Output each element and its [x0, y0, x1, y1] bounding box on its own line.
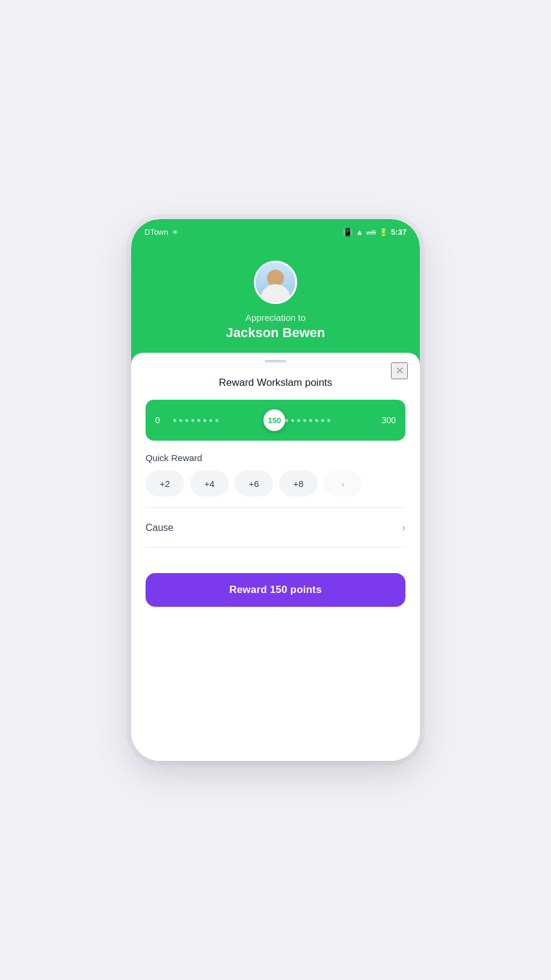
vibrate-icon: 📳	[343, 228, 352, 237]
track-left	[173, 419, 263, 422]
slider-min-label: 0	[155, 415, 167, 425]
quick-btn-more[interactable]: ›	[324, 470, 362, 497]
quick-reward-label: Quick Reward	[146, 453, 405, 463]
slider-max-label: 300	[382, 415, 396, 425]
slider-thumb[interactable]: 150	[263, 409, 285, 431]
recipient-name: Jackson Bewen	[226, 325, 325, 341]
divider-2	[146, 547, 405, 548]
quick-btn-4[interactable]: +4	[190, 470, 229, 497]
status-right: 📳 ▲ wifi 🔋 5:37	[343, 228, 407, 237]
avatar	[254, 261, 297, 304]
status-bar: DTown ✳ 📳 ▲ wifi 🔋 5:37	[131, 219, 420, 243]
cause-label: Cause	[146, 523, 173, 533]
sheet-title: Reward Workslam points	[146, 377, 405, 389]
bottom-sheet: ✕ Reward Workslam points 0	[131, 353, 420, 761]
slider-container[interactable]: 0 150	[146, 400, 405, 441]
cause-row[interactable]: Cause ›	[146, 519, 405, 536]
close-button[interactable]: ✕	[391, 362, 408, 379]
drag-handle	[265, 360, 286, 362]
carrier-name: DTown	[144, 228, 168, 237]
quick-reward-row: +2 +4 +6 +8 ›	[146, 470, 405, 497]
quick-btn-6[interactable]: +6	[235, 470, 273, 497]
reward-button[interactable]: Reward 150 points	[146, 573, 405, 607]
green-header: DTown ✳ 📳 ▲ wifi 🔋 5:37 Appreciation to …	[131, 219, 420, 365]
quick-btn-2[interactable]: +2	[146, 470, 184, 497]
quick-btn-8[interactable]: +8	[279, 470, 318, 497]
cause-chevron-icon: ›	[402, 521, 405, 534]
battery-icon: 🔋	[379, 228, 388, 237]
divider	[146, 507, 405, 508]
appreciation-label: Appreciation to	[245, 312, 306, 323]
bluetooth-icon: ✳	[172, 228, 178, 237]
track-right	[285, 419, 375, 422]
status-left: DTown ✳	[144, 228, 178, 237]
wifi-icon: wifi	[366, 229, 376, 236]
signal-icon: ▲	[356, 228, 363, 237]
avatar-image	[256, 262, 295, 302]
phone-frame: DTown ✳ 📳 ▲ wifi 🔋 5:37 Appreciation to …	[131, 219, 420, 761]
slider-value: 150	[268, 416, 281, 425]
time-display: 5:37	[391, 228, 407, 237]
slider-track[interactable]: 150	[173, 411, 376, 430]
